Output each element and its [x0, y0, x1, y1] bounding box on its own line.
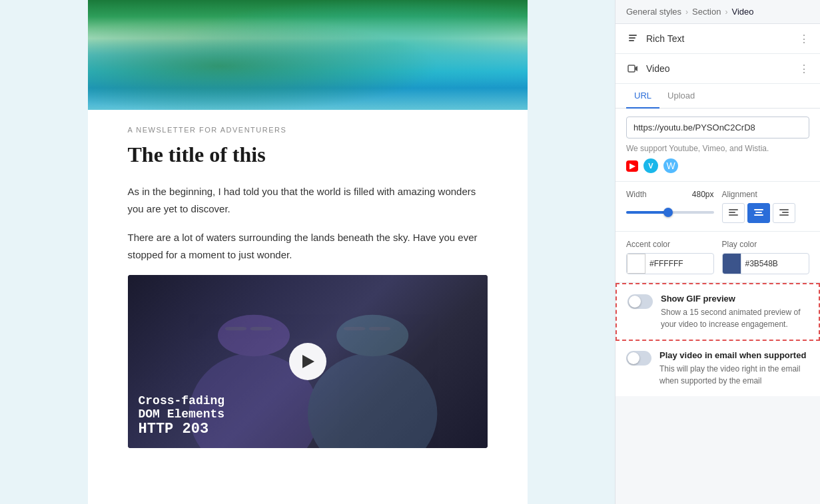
play-color-swatch	[723, 254, 741, 274]
email-paragraph-1: As in the beginning, I had told you that…	[128, 183, 488, 217]
align-center-button[interactable]	[747, 203, 770, 223]
tab-upload[interactable]: Upload	[659, 84, 703, 109]
show-gif-content: Show GIF preview Show a 15 second animat…	[661, 294, 808, 330]
accent-color-picker[interactable]: #FFFFFF	[626, 253, 714, 274]
right-panel: General styles › Section › Video Rich Te…	[615, 0, 820, 504]
accent-color-value: #FFFFFF	[645, 259, 713, 268]
breadcrumb-sep-1: ›	[685, 7, 688, 17]
svg-rect-20	[779, 214, 789, 216]
svg-point-3	[336, 315, 408, 356]
width-slider-fill	[626, 211, 668, 214]
url-input[interactable]	[626, 117, 809, 138]
richtext-label: Rich Text	[646, 33, 792, 44]
tab-bar: URL Upload	[615, 84, 820, 109]
svg-rect-15	[754, 209, 763, 210]
content-area: A NEWSLETTER FOR ADVENTURERS The title o…	[0, 0, 615, 504]
video-menu-icon[interactable]: ⋮	[799, 63, 809, 75]
video-label: Video	[646, 63, 792, 74]
breadcrumb-sep-2: ›	[725, 7, 727, 17]
svg-rect-6	[344, 327, 365, 330]
vimeo-icon: V	[643, 158, 658, 173]
play-video-toggle-knob	[627, 352, 639, 364]
play-color-value: #3B548B	[741, 259, 809, 268]
show-gif-toggle-row: Show GIF preview Show a 15 second animat…	[627, 294, 808, 330]
align-right-button[interactable]	[773, 203, 795, 223]
breadcrumb-general-styles[interactable]: General styles	[626, 7, 681, 17]
play-video-section: Play video in email when supported This …	[615, 341, 820, 396]
richtext-icon	[626, 32, 639, 45]
breadcrumb: General styles › Section › Video	[615, 0, 820, 24]
svg-rect-10	[629, 40, 634, 41]
video-container[interactable]: Cross-fading DOM Elements HTTP 203	[128, 275, 488, 448]
svg-rect-12	[729, 209, 738, 210]
video-play-button[interactable]	[289, 343, 326, 380]
show-gif-section: Show GIF preview Show a 15 second animat…	[615, 283, 820, 341]
breadcrumb-section[interactable]: Section	[692, 7, 721, 17]
email-title: The title of this	[128, 142, 488, 167]
show-gif-toggle-knob	[629, 296, 641, 308]
alignment-control: Alignment	[722, 190, 810, 223]
play-video-content: Play video in email when supported This …	[659, 350, 809, 387]
video-platform-icons: ▶ V W	[626, 158, 809, 173]
video-text-overlay: Cross-fading DOM Elements HTTP 203	[139, 394, 225, 437]
sidebar-item-video[interactable]: Video ⋮	[615, 54, 820, 84]
video-line3: HTTP 203	[139, 421, 225, 437]
url-panel-section: We support Youtube, Vimeo, and Wistia. ▶…	[615, 109, 820, 182]
svg-point-2	[308, 353, 437, 448]
play-color-group: Play color #3B548B	[722, 240, 810, 274]
alignment-label: Alignment	[722, 190, 810, 199]
youtube-icon: ▶	[626, 160, 638, 172]
svg-rect-13	[729, 212, 735, 213]
sidebar-item-richtext[interactable]: Rich Text ⋮	[615, 24, 820, 54]
width-value: 480px	[692, 190, 714, 199]
email-container: A NEWSLETTER FOR ADVENTURERS The title o…	[88, 0, 528, 504]
width-slider-container	[626, 203, 714, 216]
svg-rect-18	[779, 209, 789, 210]
richtext-menu-icon[interactable]: ⋮	[799, 33, 809, 45]
svg-rect-14	[729, 214, 738, 216]
width-label: Width 480px	[626, 190, 714, 199]
svg-rect-17	[754, 214, 763, 216]
hero-image	[88, 0, 528, 110]
wistia-icon: W	[663, 158, 678, 173]
svg-rect-4	[224, 327, 246, 330]
color-controls-row: Accent color #FFFFFF Play color #3B548B	[615, 232, 820, 283]
email-body: As in the beginning, I had told you that…	[128, 183, 488, 263]
svg-rect-19	[782, 212, 789, 213]
svg-rect-5	[250, 327, 271, 330]
play-video-toggle[interactable]	[626, 351, 651, 366]
width-control: Width 480px	[626, 190, 714, 223]
align-left-button[interactable]	[722, 203, 745, 223]
tab-url[interactable]: URL	[626, 84, 659, 109]
show-gif-description: Show a 15 second animated preview of you…	[661, 306, 808, 330]
video-icon	[626, 62, 639, 75]
show-gif-toggle[interactable]	[627, 294, 653, 309]
play-video-description: This will play the video right in the em…	[659, 363, 809, 387]
alignment-buttons	[722, 203, 810, 223]
svg-rect-9	[629, 37, 635, 39]
newsletter-tag: A NEWSLETTER FOR ADVENTURERS	[128, 126, 488, 134]
video-line2: DOM Elements	[139, 407, 225, 421]
svg-rect-16	[755, 212, 762, 213]
svg-rect-8	[629, 35, 637, 36]
accent-color-swatch	[627, 254, 645, 274]
email-content: A NEWSLETTER FOR ADVENTURERS The title o…	[88, 110, 528, 475]
show-gif-title: Show GIF preview	[661, 294, 808, 304]
svg-point-1	[218, 315, 290, 356]
svg-rect-11	[628, 65, 635, 72]
email-paragraph-2: There are a lot of waters surrounding th…	[128, 229, 488, 263]
video-line1: Cross-fading	[139, 394, 225, 407]
play-color-label: Play color	[722, 240, 810, 249]
play-video-toggle-row: Play video in email when supported This …	[626, 350, 809, 387]
hero-image-overlay	[88, 0, 528, 110]
breadcrumb-video[interactable]: Video	[731, 7, 753, 17]
width-slider-track[interactable]	[626, 211, 714, 214]
play-video-title: Play video in email when supported	[659, 350, 809, 360]
accent-color-label: Accent color	[626, 240, 714, 249]
svg-rect-7	[368, 327, 390, 330]
support-text: We support Youtube, Vimeo, and Wistia.	[626, 144, 809, 153]
play-color-picker[interactable]: #3B548B	[722, 253, 810, 274]
width-alignment-row: Width 480px Alignment	[615, 182, 820, 232]
width-slider-thumb[interactable]	[663, 208, 673, 217]
accent-color-group: Accent color #FFFFFF	[626, 240, 714, 274]
